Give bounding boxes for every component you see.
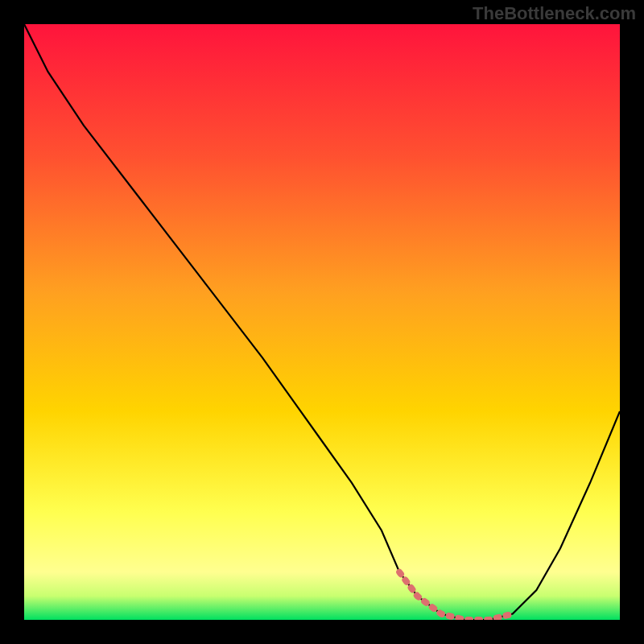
bottleneck-highlight <box>399 572 513 620</box>
plot-area <box>24 24 620 620</box>
curve-layer <box>24 24 620 620</box>
bottleneck-curve <box>24 24 620 620</box>
watermark-text: TheBottleneck.com <box>473 3 636 24</box>
